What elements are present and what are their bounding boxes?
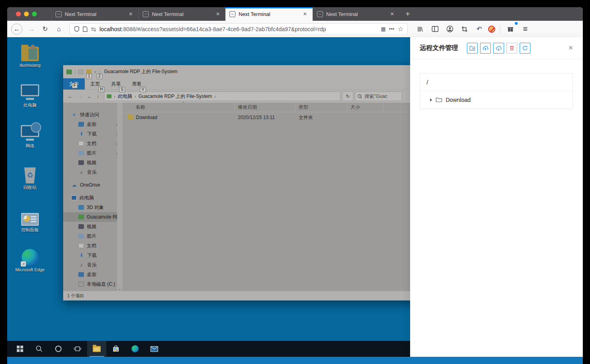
sidebar-item-3d-objects[interactable]: 3D 对象 bbox=[63, 203, 122, 212]
library-icon[interactable] bbox=[414, 23, 426, 35]
sidebar-item-documents[interactable]: 文档 bbox=[63, 139, 122, 148]
page-actions-icon[interactable]: ••• bbox=[389, 26, 395, 32]
column-header-size[interactable]: 大小 bbox=[347, 103, 383, 112]
folder-outline-icon bbox=[436, 97, 442, 103]
qr-scan-icon[interactable]: ▦ bbox=[381, 26, 386, 32]
column-header-name[interactable]: 名称ˆ bbox=[123, 103, 235, 112]
browser-tab-4[interactable]: ‹› Next Terminal ✕ bbox=[313, 7, 400, 21]
desktop-icon-dushixiang[interactable]: dushixiang bbox=[13, 41, 47, 68]
sidebar-toggle-icon[interactable] bbox=[429, 23, 441, 35]
address-box[interactable]: › 此电脑 › Guacamole RDP 上的 File-System › bbox=[104, 91, 341, 101]
sidebar-item-downloads[interactable]: ⬇下载 bbox=[63, 129, 122, 139]
permissions-icon[interactable] bbox=[91, 27, 96, 32]
menu-icon[interactable]: ≡ bbox=[519, 23, 531, 35]
close-window-button[interactable] bbox=[16, 12, 21, 16]
tab-title: Next Terminal bbox=[152, 11, 211, 17]
desktop-icon-recycle-bin[interactable]: ♻ 回收站 bbox=[13, 163, 47, 190]
taskbar-mail-button[interactable] bbox=[145, 341, 164, 357]
upload-button[interactable] bbox=[480, 43, 491, 54]
new-folder-button[interactable] bbox=[467, 43, 478, 54]
cortana-button[interactable] bbox=[49, 341, 68, 357]
breadcrumb-this-pc[interactable]: 此电脑 bbox=[118, 93, 132, 100]
sidebar-item-local-disk-c[interactable]: 本地磁盘 (C:) bbox=[63, 279, 122, 289]
blocked-extension-icon[interactable] bbox=[488, 26, 495, 33]
quick-access-button-1[interactable] bbox=[78, 70, 84, 74]
back-button[interactable]: ← bbox=[11, 24, 22, 35]
tab-close-icon[interactable]: ✕ bbox=[127, 10, 134, 18]
nav-back-icon[interactable]: ← bbox=[66, 93, 74, 99]
expand-caret-icon[interactable] bbox=[430, 98, 432, 101]
desktop-icon-network[interactable]: 网络 bbox=[13, 122, 47, 149]
tree-item-download[interactable]: Download bbox=[420, 91, 572, 109]
page-info-icon[interactable] bbox=[83, 26, 88, 32]
task-view-button[interactable] bbox=[68, 341, 87, 357]
download-button[interactable] bbox=[493, 43, 504, 54]
desktop-icon-control-panel[interactable]: 控制面板 bbox=[13, 206, 47, 233]
nav-up-icon[interactable]: ↑ bbox=[94, 93, 102, 99]
reload-button[interactable]: ↻ bbox=[39, 23, 51, 35]
scroll-down-icon[interactable]: ⌄ bbox=[118, 286, 121, 291]
sidebar-item-music-2[interactable]: ♪音乐 bbox=[63, 260, 122, 270]
sidebar-item-desktop-2[interactable]: 桌面 bbox=[63, 270, 122, 279]
sidebar-item-guacamole-filesystem[interactable]: Guacamole RD bbox=[63, 212, 122, 222]
browser-window: ‹› Next Terminal ✕ ‹› Next Terminal ✕ ‹›… bbox=[7, 7, 583, 364]
sidebar-item-pictures-2[interactable]: 图片 bbox=[63, 231, 122, 241]
explorer-title-bar[interactable]: | ▾ | Guacamole RDP 上的 File-System bbox=[63, 65, 410, 78]
sidebar-item-desktop[interactable]: 桌面 bbox=[63, 119, 122, 129]
file-explorer-window[interactable]: | ▾ | Guacamole RDP 上的 File-System 1 2 文… bbox=[63, 65, 410, 300]
forward-button[interactable]: → bbox=[26, 23, 38, 35]
sidebar-item-this-pc[interactable]: 此电脑 bbox=[63, 193, 122, 203]
column-header-modified[interactable]: 修改日期 bbox=[235, 103, 295, 112]
account-icon[interactable] bbox=[444, 23, 456, 35]
explorer-search-box[interactable]: 搜索"Guac bbox=[355, 91, 402, 101]
user-folder-icon bbox=[13, 41, 47, 61]
breadcrumb-filesystem[interactable]: Guacamole RDP 上的 File-System bbox=[138, 93, 212, 100]
new-tab-button[interactable]: + bbox=[400, 7, 416, 21]
breadcrumb-chevron: › bbox=[135, 94, 136, 99]
tab-close-icon[interactable]: ✕ bbox=[214, 10, 221, 18]
sidebar-item-quick-access[interactable]: ★快速访问 bbox=[63, 110, 122, 119]
sidebar-item-downloads-2[interactable]: ⬇下载 bbox=[63, 251, 122, 260]
desktop-icon-edge[interactable]: ↗ Microsoft Edge bbox=[13, 246, 47, 273]
taskbar-store-button[interactable] bbox=[106, 341, 126, 357]
nav-forward-icon[interactable]: → bbox=[76, 93, 85, 99]
sidebar-scrollbar[interactable]: ⌄ bbox=[117, 103, 122, 291]
sidebar-item-videos[interactable]: 视频 bbox=[63, 158, 122, 167]
column-header-type[interactable]: 类型 bbox=[295, 103, 347, 112]
shield-icon[interactable] bbox=[74, 26, 80, 32]
delete-button[interactable] bbox=[506, 43, 517, 54]
undo-icon[interactable]: ↶ bbox=[473, 23, 485, 35]
current-path[interactable]: / bbox=[420, 74, 572, 91]
screenshot-icon[interactable] bbox=[458, 23, 470, 35]
home-button[interactable]: ⌂ bbox=[53, 23, 65, 35]
sidebar-item-onedrive[interactable]: ☁OneDrive bbox=[63, 180, 122, 190]
desktop-icon-this-pc[interactable]: 此电脑 bbox=[13, 81, 47, 108]
rdp-remote-screen[interactable]: dushixiang 此电脑 网络 ♻ 回收站 控制面板 ↗ Microsoft… bbox=[7, 37, 410, 357]
file-row-download[interactable]: Download 2020/12/25 13:11 文件夹 bbox=[123, 112, 410, 123]
sidebar-item-documents-2[interactable]: 文档 bbox=[63, 241, 122, 251]
bookmark-star-icon[interactable]: ☆ bbox=[398, 25, 403, 33]
sidebar-item-pictures[interactable]: 图片 bbox=[63, 148, 122, 158]
minimize-window-button[interactable] bbox=[24, 12, 29, 16]
drawer-close-icon[interactable]: ✕ bbox=[568, 44, 573, 52]
tab-close-icon[interactable]: ✕ bbox=[301, 10, 309, 18]
browser-tab-3-active[interactable]: ‹› Next Terminal ✕ bbox=[225, 7, 313, 21]
url-text[interactable]: localhost:8088/#/access?assetsId=66a14ca… bbox=[100, 26, 378, 32]
tab-close-icon[interactable]: ✕ bbox=[389, 10, 396, 18]
start-button[interactable] bbox=[10, 341, 30, 357]
taskbar-edge-button[interactable] bbox=[126, 341, 145, 357]
taskbar-file-explorer-button[interactable] bbox=[87, 341, 106, 357]
sidebar-item-music[interactable]: ♪音乐 bbox=[63, 167, 122, 177]
quick-access-dropdown-icon[interactable]: ▾ bbox=[94, 69, 96, 75]
nav-history-icon[interactable]: ⌄ bbox=[86, 94, 92, 99]
browser-tab-2[interactable]: ‹› Next Terminal ✕ bbox=[138, 7, 225, 21]
browser-tab-1[interactable]: ‹› Next Terminal ✕ bbox=[51, 7, 138, 21]
drawer-header: 远程文件管理 bbox=[410, 37, 583, 59]
zoom-window-button[interactable] bbox=[32, 12, 37, 16]
sidebar-item-videos-2[interactable]: 视频 bbox=[63, 222, 122, 231]
refresh-button[interactable] bbox=[520, 43, 530, 54]
extension-gift-icon[interactable] bbox=[504, 23, 516, 35]
taskbar-search-button[interactable] bbox=[30, 341, 49, 357]
url-bar[interactable]: localhost:8088/#/access?assetsId=66a14ca… bbox=[70, 23, 408, 35]
refresh-button[interactable]: ↻ bbox=[342, 91, 353, 101]
